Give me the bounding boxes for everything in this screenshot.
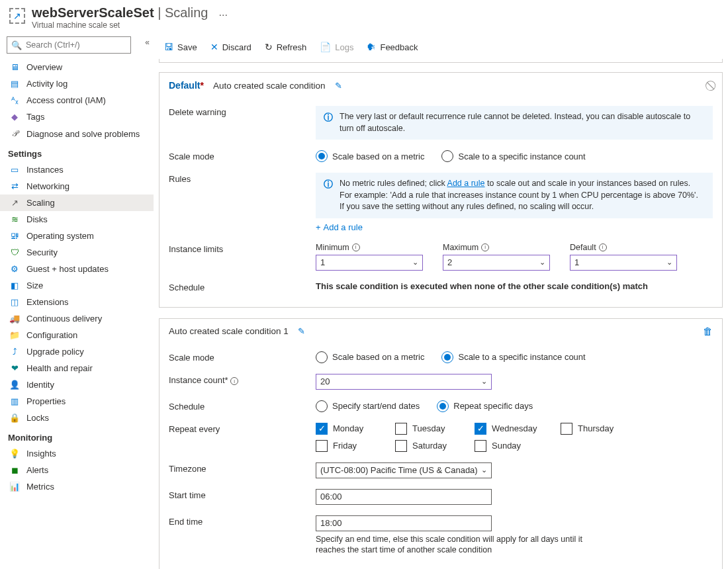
nav-label: Operating system bbox=[26, 231, 94, 241]
refresh-button[interactable]: ↻Refresh bbox=[259, 39, 312, 55]
sidebar-item-alerts[interactable]: ◼Alerts bbox=[0, 462, 154, 478]
info-icon: i bbox=[352, 243, 360, 251]
end-time-hint: Specify an end time, else this scale con… bbox=[316, 534, 594, 556]
maximum-select[interactable]: 2⌄ bbox=[443, 255, 550, 271]
discard-button[interactable]: ✕Discard bbox=[205, 39, 257, 55]
sidebar-item-extensions[interactable]: ◫Extensions bbox=[0, 294, 154, 310]
nav-label: Security bbox=[26, 247, 58, 257]
start-time-input[interactable]: 06:00 bbox=[316, 489, 492, 505]
sidebar-item-instances[interactable]: ▭Instances bbox=[0, 161, 154, 178]
label-end-time: End time bbox=[169, 515, 316, 527]
edit-name-icon[interactable]: ✎ bbox=[298, 326, 305, 336]
sidebar-item-tags[interactable]: ◆Tags bbox=[0, 109, 154, 125]
radio-scale-count[interactable]: Scale to a specific instance count bbox=[441, 351, 585, 363]
end-time-input[interactable]: 18:00 bbox=[316, 515, 492, 531]
sidebar-item-scaling[interactable]: ↗Scaling bbox=[0, 195, 154, 211]
checkbox-box bbox=[395, 423, 407, 435]
edit-name-icon[interactable]: ✎ bbox=[335, 81, 342, 91]
info-icon: i bbox=[481, 243, 489, 251]
nav-icon: ◆ bbox=[9, 112, 20, 122]
sidebar-item-activity-log[interactable]: ▤Activity log bbox=[0, 75, 154, 92]
sidebar-item-locks[interactable]: 🔒Locks bbox=[0, 410, 154, 426]
schedule-note: This scale condition is executed when no… bbox=[316, 281, 713, 291]
sidebar-item-continuous-delivery[interactable]: 🚚Continuous delivery bbox=[0, 310, 154, 327]
sidebar-item-identity[interactable]: 👤Identity bbox=[0, 376, 154, 393]
page-header: ↗ webServerScaleSet | Scaling Virtual ma… bbox=[0, 0, 728, 34]
add-rule-link[interactable]: +Add a rule bbox=[316, 222, 363, 232]
label-scale-mode: Scale mode bbox=[169, 150, 316, 161]
previous-card-edge bbox=[159, 59, 723, 63]
sidebar-item-insights[interactable]: 💡Insights bbox=[0, 445, 154, 462]
nav-label: Instances bbox=[26, 165, 64, 175]
checkbox-wed[interactable]: ✓Wednesday bbox=[475, 423, 561, 435]
sidebar-item-upgrade-policy[interactable]: ⤴Upgrade policy bbox=[0, 343, 154, 360]
chevron-down-icon: ⌄ bbox=[481, 466, 487, 474]
condition-subtitle: Auto created scale condition bbox=[213, 81, 326, 91]
save-icon: 🖫 bbox=[164, 42, 173, 52]
add-rule-inline-link[interactable]: Add a rule bbox=[447, 179, 485, 188]
chevron-down-icon: ⌄ bbox=[666, 258, 672, 267]
more-actions-button[interactable]: ··· bbox=[219, 9, 228, 21]
logs-button[interactable]: 📄Logs bbox=[314, 39, 359, 55]
nav-icon: 💡 bbox=[9, 449, 20, 459]
sidebar-item-size[interactable]: ◧Size bbox=[0, 277, 154, 294]
label-minimum: Minimumi bbox=[316, 243, 423, 252]
nav-icon: ⇄ bbox=[9, 181, 20, 191]
radio-scale-count[interactable]: Scale to a specific instance count bbox=[441, 150, 585, 162]
checkbox-mon[interactable]: ✓Monday bbox=[316, 423, 395, 435]
nav-label: Extensions bbox=[26, 297, 69, 307]
sidebar-item-guest-host-updates[interactable]: ⚙Guest + host updates bbox=[0, 261, 154, 277]
collapse-sidebar-button[interactable]: « bbox=[145, 38, 150, 47]
nav-label: Access control (IAM) bbox=[26, 95, 106, 105]
sidebar-item-access-control-iam-[interactable]: ᴬᵪAccess control (IAM) bbox=[0, 92, 154, 109]
checkbox-sat[interactable]: Saturday bbox=[395, 440, 475, 452]
sidebar-item-configuration[interactable]: 📁Configuration bbox=[0, 327, 154, 343]
checkbox-label: Friday bbox=[333, 441, 357, 451]
sidebar-item-overview[interactable]: 🖥Overview bbox=[0, 59, 154, 75]
sidebar-item-security[interactable]: 🛡Security bbox=[0, 244, 154, 261]
sidebar-item-metrics[interactable]: 📊Metrics bbox=[0, 478, 154, 495]
nav-icon: ◼ bbox=[9, 465, 20, 475]
checkbox-box bbox=[316, 440, 328, 452]
sidebar-item-diagnose-and-solve-problems[interactable]: 𝒫Diagnose and solve problems bbox=[0, 125, 154, 142]
instance-count-select[interactable]: 20⌄ bbox=[316, 374, 492, 390]
chevron-down-icon: ⌄ bbox=[412, 258, 418, 267]
feedback-icon: 🗣 bbox=[367, 42, 376, 52]
nav-icon: 🚚 bbox=[9, 314, 20, 324]
nav-icon: ᴬᵪ bbox=[9, 95, 20, 105]
sidebar-search[interactable]: 🔍 bbox=[7, 36, 131, 54]
checkbox-sun[interactable]: Sunday bbox=[475, 440, 561, 452]
checkbox-box bbox=[395, 440, 407, 452]
sidebar-item-properties[interactable]: ▥Properties bbox=[0, 393, 154, 410]
nav-icon: 𝒫 bbox=[9, 128, 20, 139]
feedback-button[interactable]: 🗣Feedback bbox=[361, 39, 423, 55]
timezone-select[interactable]: (UTC-08:00) Pacific Time (US & Canada)⌄ bbox=[316, 462, 492, 478]
delete-warning-text: The very last or default recurrence rule… bbox=[340, 111, 705, 134]
radio-repeat-days[interactable]: Repeat specific days bbox=[437, 400, 533, 412]
checkbox-box bbox=[475, 440, 486, 452]
minimum-select[interactable]: 1⌄ bbox=[316, 255, 423, 271]
label-scale-mode: Scale mode bbox=[169, 351, 316, 363]
save-button[interactable]: 🖫Save bbox=[159, 39, 203, 55]
delete-condition-button[interactable]: 🗑 bbox=[703, 326, 713, 337]
radio-specify-dates[interactable]: Specify start/end dates bbox=[316, 400, 420, 412]
radio-scale-metric[interactable]: Scale based on a metric bbox=[316, 150, 424, 162]
nav-icon: 📊 bbox=[9, 482, 20, 492]
sidebar-item-health-and-repair[interactable]: ❤Health and repair bbox=[0, 360, 154, 376]
search-input[interactable] bbox=[26, 40, 130, 50]
sidebar-item-disks[interactable]: ≋Disks bbox=[0, 211, 154, 228]
default-select[interactable]: 1⌄ bbox=[570, 255, 677, 271]
checkbox-thu[interactable]: Thursday bbox=[561, 423, 640, 435]
checkbox-tue[interactable]: Tuesday bbox=[395, 423, 475, 435]
sidebar-item-networking[interactable]: ⇄Networking bbox=[0, 178, 154, 195]
nav-label: Upgrade policy bbox=[26, 347, 84, 357]
label-schedule: Schedule bbox=[169, 400, 316, 412]
nav-label: Overview bbox=[26, 62, 62, 72]
toolbar: 🖫Save ✕Discard ↻Refresh 📄Logs 🗣Feedback bbox=[154, 34, 728, 59]
checkbox-fri[interactable]: Friday bbox=[316, 440, 395, 452]
label-repeat-every: Repeat every bbox=[169, 423, 316, 434]
radio-scale-metric[interactable]: Scale based on a metric bbox=[316, 351, 424, 363]
sidebar-item-operating-system[interactable]: 🖳Operating system bbox=[0, 228, 154, 244]
chevron-down-icon: ⌄ bbox=[539, 258, 545, 267]
nav-icon: 🖥 bbox=[9, 62, 20, 72]
